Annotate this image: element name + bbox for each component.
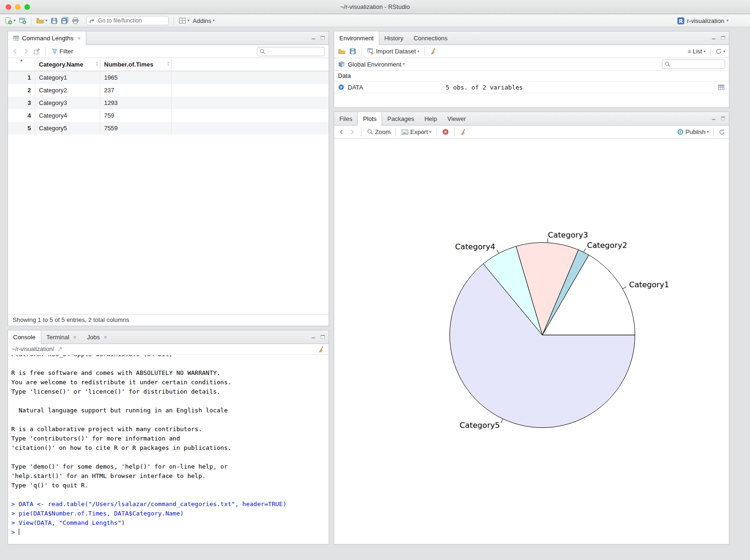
tab-packages[interactable]: Packages	[382, 112, 419, 125]
tab-environment[interactable]: Environment	[334, 31, 379, 45]
chevron-down-icon[interactable]: ▾	[14, 19, 15, 22]
close-window-button[interactable]	[6, 4, 11, 10]
global-environment-cube-icon	[338, 61, 345, 68]
load-workspace-folder-icon[interactable]	[338, 48, 345, 55]
pane-layout-button[interactable]: ▾	[179, 17, 189, 24]
tab-console[interactable]: Console	[8, 330, 41, 344]
import-dataset-button[interactable]: Import Dataset ▾	[367, 48, 419, 55]
new-file-button[interactable]: ▾	[5, 17, 15, 24]
tab-plots[interactable]: Plots	[357, 112, 382, 126]
open-in-window-arrow-icon[interactable]	[57, 346, 63, 352]
minimize-pane-icon[interactable]	[311, 334, 316, 339]
table-row[interactable]: 1Category11965	[8, 71, 329, 84]
export-plot-button[interactable]: Export ▾	[401, 128, 431, 136]
environment-search-input[interactable]	[662, 60, 725, 69]
minimize-pane-icon[interactable]	[711, 116, 716, 121]
console-output-line: Type 'license()' or 'licence()' for dist…	[11, 387, 329, 396]
category-name-cell: Category4	[35, 109, 100, 122]
publish-button[interactable]: Publish ▾	[677, 128, 709, 135]
clear-environment-broom-icon[interactable]	[430, 48, 437, 55]
minimize-pane-icon[interactable]	[311, 35, 316, 40]
forward-icon[interactable]	[22, 48, 30, 55]
table-row[interactable]: 3Category31293	[8, 97, 329, 109]
print-icon	[72, 17, 79, 24]
filter-button[interactable]: Filter	[51, 48, 73, 55]
toolbar-separator	[710, 47, 711, 56]
table-row[interactable]: 2Category2237	[8, 84, 329, 97]
minimize-window-button[interactable]	[15, 4, 21, 10]
tab-viewer[interactable]: Viewer	[442, 112, 471, 125]
number-of-times-cell: 237	[100, 84, 172, 97]
view-data-grid-icon[interactable]	[718, 84, 725, 91]
maximize-pane-icon[interactable]	[320, 35, 325, 40]
toolbar-separator	[424, 47, 425, 56]
table-search-input[interactable]	[257, 47, 325, 56]
row-number-header[interactable]: ▲	[8, 58, 35, 71]
pie-label-tick	[497, 250, 499, 254]
zoom-window-button[interactable]	[24, 4, 30, 10]
table-row[interactable]: 4Category4759	[8, 109, 329, 122]
tab-terminal[interactable]: Terminal×	[41, 330, 82, 343]
chevron-down-icon[interactable]: ▾	[188, 19, 189, 22]
save-button[interactable]	[51, 17, 58, 24]
tab-history[interactable]: History	[379, 31, 408, 45]
traffic-lights	[6, 4, 30, 10]
print-button[interactable]	[72, 17, 79, 24]
zoom-plot-button[interactable]: Zoom	[367, 128, 390, 135]
close-tab-icon[interactable]: ×	[73, 334, 77, 341]
pane-window-buttons	[711, 116, 726, 121]
console-output[interactable]: Platform: x86_64-apple-darwin15.6.0 (64-…	[8, 355, 329, 544]
tab-help[interactable]: Help	[419, 112, 442, 125]
category-name-cell: Category1	[35, 71, 100, 84]
back-icon[interactable]	[12, 48, 19, 55]
table-row[interactable]: 5Category57559	[8, 122, 329, 134]
chevron-down-icon: ▾	[704, 50, 705, 53]
column-header-category-name[interactable]: Category.Name ▲▼	[35, 58, 100, 71]
console-output-line: Type 'demo()' for some demos, 'help()' f…	[11, 462, 329, 471]
column-header-number-of-times[interactable]: Number.of.Times ▲▼	[100, 58, 172, 71]
remove-plot-icon[interactable]	[442, 128, 449, 135]
close-tab-icon[interactable]: ×	[77, 35, 81, 42]
toolbar-separator	[454, 128, 455, 136]
project-menu-button[interactable]: r-visualization ▾	[677, 17, 729, 25]
tab-label: Jobs	[87, 334, 99, 341]
addins-button[interactable]: Addins▾	[193, 17, 215, 24]
maximize-pane-icon[interactable]	[320, 334, 325, 339]
minimize-pane-icon[interactable]	[711, 35, 716, 40]
expand-object-play-icon[interactable]	[338, 84, 345, 90]
tab-files[interactable]: Files	[334, 112, 357, 125]
goto-file-input[interactable]	[86, 16, 169, 25]
next-plot-icon[interactable]	[349, 128, 356, 135]
tab-label: Console	[13, 334, 36, 341]
maximize-pane-icon[interactable]	[720, 116, 726, 121]
tab-connections[interactable]: Connections	[408, 31, 452, 45]
open-in-new-window-icon[interactable]	[33, 48, 40, 55]
save-workspace-icon[interactable]	[349, 48, 356, 55]
toolbar-separator	[45, 47, 46, 56]
environment-scope-selector[interactable]: Global Environment ▾	[348, 61, 405, 68]
tab-command-lengths[interactable]: Command Lengths×	[8, 31, 86, 45]
chevron-down-icon[interactable]: ▾	[45, 19, 47, 22]
table-footer-status: Showing 1 to 5 of 5 entries, 2 total col…	[8, 314, 329, 326]
chevron-down-icon: ▾	[723, 50, 725, 53]
clear-all-plots-broom-icon[interactable]	[460, 128, 467, 135]
refresh-plot-icon[interactable]	[719, 129, 725, 135]
refresh-environment-button[interactable]: ▾	[715, 48, 725, 55]
tab-label: Environment	[339, 35, 374, 42]
rstudio-window: ~/r-visualization - RStudio ▾ ▾ ▾ Addins…	[0, 0, 750, 560]
filter-label: Filter	[60, 48, 73, 55]
close-tab-icon[interactable]: ×	[104, 334, 107, 341]
maximize-pane-icon[interactable]	[720, 35, 726, 40]
tab-jobs[interactable]: Jobs×	[82, 330, 112, 343]
main-toolbar: ▾ ▾ ▾ Addins▾ r-visualization ▾	[0, 15, 750, 27]
clear-console-broom-icon[interactable]	[318, 346, 325, 353]
save-all-button[interactable]	[61, 17, 68, 24]
previous-plot-icon[interactable]	[338, 128, 345, 135]
new-project-button[interactable]	[19, 17, 26, 24]
goto-arrow-icon	[89, 17, 96, 24]
tab-label: Packages	[387, 115, 414, 122]
environment-object-row[interactable]: DATA 5 obs. of 2 variables	[334, 81, 729, 93]
list-view-button[interactable]: ≡ List ▾	[688, 48, 705, 55]
column-label: Category.Name	[39, 61, 83, 68]
open-file-button[interactable]: ▾	[36, 17, 47, 25]
